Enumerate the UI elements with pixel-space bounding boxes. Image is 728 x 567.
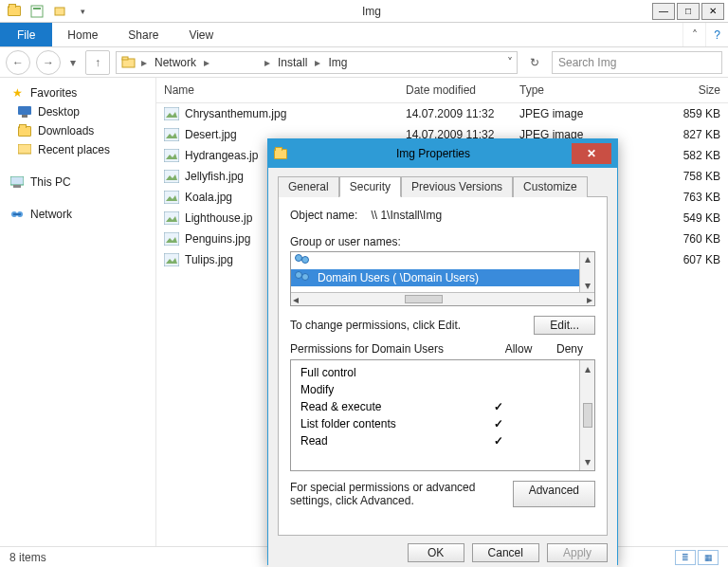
file-tab[interactable]: File bbox=[0, 23, 52, 46]
navigation-bar: ← → ▾ ↑ ▸ Network ▸ ▸ Install ▸ Img ˅ ↻ … bbox=[0, 47, 728, 78]
network-icon bbox=[9, 208, 25, 221]
ok-button[interactable]: OK bbox=[408, 543, 464, 562]
navigation-pane: ★ Favorites Desktop Downloads Recent pla… bbox=[0, 78, 156, 546]
crumb-img[interactable]: Img bbox=[324, 56, 351, 69]
svg-rect-9 bbox=[13, 185, 21, 188]
location-icon bbox=[120, 55, 137, 70]
crumb-install[interactable]: Install bbox=[274, 56, 311, 69]
icons-view-button[interactable]: ▦ bbox=[698, 550, 719, 565]
qat-overflow-icon[interactable]: ▾ bbox=[72, 2, 93, 21]
tab-share[interactable]: Share bbox=[113, 23, 173, 46]
up-button[interactable]: ↑ bbox=[85, 50, 110, 75]
permission-name: Modify bbox=[300, 383, 473, 396]
edit-button[interactable]: Edit... bbox=[534, 316, 595, 335]
allow-cell bbox=[473, 383, 524, 396]
deny-cell bbox=[524, 400, 575, 413]
tab-previous-versions[interactable]: Previous Versions bbox=[401, 176, 513, 197]
dialog-title: Img Properties bbox=[295, 147, 572, 160]
chevron-right-icon[interactable]: ▸ bbox=[315, 56, 320, 69]
chevron-right-icon[interactable]: ▸ bbox=[204, 56, 209, 69]
vertical-scrollbar[interactable]: ▴▾ bbox=[579, 252, 594, 292]
recent-icon bbox=[17, 143, 32, 156]
object-name-value: \\ 1\Install\Img bbox=[371, 209, 442, 222]
crumb-network[interactable]: Network bbox=[151, 56, 200, 69]
file-name: Tulips.jpg bbox=[185, 253, 233, 266]
svg-rect-21 bbox=[164, 191, 179, 204]
forward-button[interactable]: → bbox=[36, 50, 61, 75]
tab-home[interactable]: Home bbox=[52, 23, 113, 46]
security-panel: Object name: \\ 1\Install\Img Group or u… bbox=[278, 196, 608, 536]
tab-view[interactable]: View bbox=[173, 23, 228, 46]
maximize-button[interactable]: □ bbox=[677, 3, 700, 20]
permission-name: Read bbox=[300, 434, 473, 448]
svg-rect-25 bbox=[164, 232, 179, 246]
help-icon[interactable]: ? bbox=[705, 23, 728, 46]
dialog-close-button[interactable]: ✕ bbox=[572, 143, 611, 164]
col-type[interactable]: Type bbox=[512, 78, 616, 102]
window-titlebar: ▾ Img — □ ✕ bbox=[0, 0, 728, 23]
sidebar-item-downloads[interactable]: Downloads bbox=[4, 121, 152, 140]
qat-dropdown-icon[interactable] bbox=[49, 2, 70, 21]
tab-general[interactable]: General bbox=[278, 176, 339, 197]
details-view-button[interactable]: ≣ bbox=[675, 550, 696, 565]
permissions-label: Permissions for Domain Users bbox=[290, 342, 493, 356]
sidebar-network[interactable]: Network bbox=[4, 205, 152, 224]
col-size[interactable]: Size bbox=[616, 78, 728, 102]
group-name: Domain Users ( \Domain Users) bbox=[318, 271, 479, 284]
network-label: Network bbox=[30, 208, 72, 221]
history-dropdown-icon[interactable]: ▾ bbox=[66, 50, 80, 75]
ribbon-collapse-icon[interactable]: ˄ bbox=[682, 23, 705, 46]
sidebar-this-pc[interactable]: This PC bbox=[4, 173, 152, 192]
back-button[interactable]: ← bbox=[6, 50, 30, 75]
downloads-icon bbox=[17, 124, 32, 137]
group-user-list[interactable]: Domain Users ( \Domain Users) ▴▾ ◂▸ bbox=[290, 251, 595, 306]
permissions-table: Full controlModifyRead & executeList fol… bbox=[290, 359, 595, 471]
refresh-button[interactable]: ↻ bbox=[523, 51, 546, 74]
group-row[interactable]: Domain Users ( \Domain Users) bbox=[291, 269, 594, 286]
apply-button[interactable]: Apply bbox=[547, 543, 608, 562]
tab-customize[interactable]: Customize bbox=[513, 176, 588, 197]
search-input[interactable]: Search Img bbox=[552, 51, 722, 74]
search-placeholder: Search Img bbox=[558, 56, 616, 69]
advanced-hint: For special permissions or advanced sett… bbox=[290, 481, 503, 507]
permission-row: Read & execute bbox=[300, 398, 575, 415]
star-icon: ★ bbox=[9, 86, 25, 100]
col-date[interactable]: Date modified bbox=[398, 78, 512, 102]
minimize-button[interactable]: — bbox=[652, 3, 675, 20]
item-count: 8 items bbox=[9, 551, 46, 564]
tab-security[interactable]: Security bbox=[339, 176, 401, 197]
horizontal-scrollbar[interactable]: ◂▸ bbox=[291, 292, 594, 305]
sidebar-item-recent[interactable]: Recent places bbox=[4, 140, 152, 159]
dialog-titlebar[interactable]: Img Properties ✕ bbox=[268, 139, 617, 168]
svg-rect-12 bbox=[13, 213, 21, 215]
ribbon: File Home Share View ˄ ? bbox=[0, 23, 728, 47]
file-size: 607 KB bbox=[616, 247, 728, 272]
sidebar-item-label: Desktop bbox=[38, 105, 80, 119]
col-name[interactable]: Name bbox=[156, 78, 398, 102]
qat-properties-icon[interactable] bbox=[27, 2, 47, 21]
window-title: Img bbox=[93, 5, 650, 18]
address-dropdown-icon[interactable]: ˅ bbox=[507, 56, 513, 69]
allow-header: Allow bbox=[493, 342, 544, 356]
file-name: Penguins.jpg bbox=[185, 232, 250, 246]
chevron-right-icon[interactable]: ▸ bbox=[264, 56, 270, 69]
permission-name: Full control bbox=[300, 366, 473, 379]
image-file-icon bbox=[164, 253, 179, 266]
pc-icon bbox=[9, 175, 25, 189]
group-row[interactable] bbox=[291, 252, 594, 269]
vertical-scrollbar[interactable]: ▴▾ bbox=[579, 360, 594, 470]
qat-folder-icon[interactable] bbox=[4, 2, 25, 21]
chevron-right-icon[interactable]: ▸ bbox=[141, 56, 147, 69]
file-name: Jellyfish.jpg bbox=[185, 170, 244, 183]
deny-cell bbox=[524, 383, 575, 396]
address-bar[interactable]: ▸ Network ▸ ▸ Install ▸ Img ˅ bbox=[116, 51, 518, 74]
sidebar-favorites[interactable]: ★ Favorites bbox=[4, 83, 152, 102]
svg-rect-2 bbox=[55, 8, 64, 15]
advanced-button[interactable]: Advanced bbox=[513, 481, 595, 507]
sidebar-item-desktop[interactable]: Desktop bbox=[4, 102, 152, 121]
svg-rect-4 bbox=[122, 57, 128, 60]
dialog-actions: OK Cancel Apply bbox=[268, 536, 617, 567]
close-button[interactable]: ✕ bbox=[701, 3, 724, 20]
file-name: Chrysanthemum.jpg bbox=[185, 107, 286, 120]
cancel-button[interactable]: Cancel bbox=[472, 543, 539, 562]
